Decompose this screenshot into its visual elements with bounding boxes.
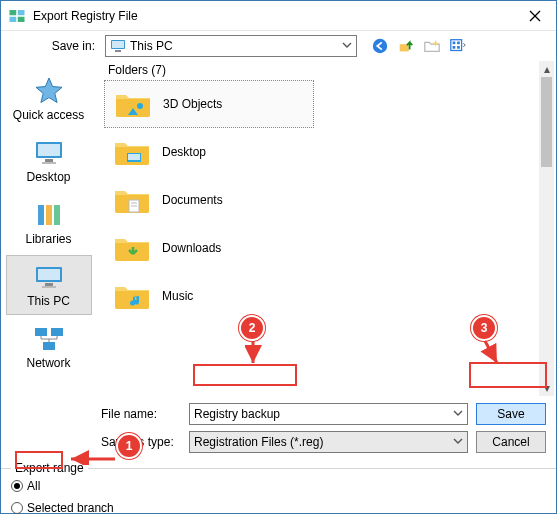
saveastype-label: Save as type: — [101, 435, 181, 449]
filename-value: Registry backup — [194, 407, 280, 421]
saveastype-value: Registration Files (*.reg) — [194, 435, 323, 449]
svg-rect-16 — [38, 144, 60, 156]
folder-item-downloads[interactable]: Downloads — [104, 224, 538, 272]
svg-rect-28 — [43, 342, 55, 350]
folder-label: 3D Objects — [163, 97, 222, 111]
svg-rect-1 — [18, 10, 25, 15]
titlebar: Export Registry File — [1, 1, 556, 31]
chevron-down-icon — [342, 39, 352, 53]
nav-up-icon[interactable] — [395, 35, 417, 57]
radio-icon — [11, 502, 23, 514]
radio-all-label: All — [27, 479, 40, 493]
sidebar-item-label: This PC — [27, 294, 70, 308]
file-list-pane: Folders (7) 3D Objects Desktop — [96, 61, 556, 396]
window-close-button[interactable] — [514, 1, 556, 31]
nav-back-icon[interactable] — [369, 35, 391, 57]
saveastype-combo[interactable]: Registration Files (*.reg) — [189, 431, 468, 453]
folder-label: Documents — [162, 193, 223, 207]
folder-item-documents[interactable]: Documents — [104, 176, 538, 224]
folder-item-3d-objects[interactable]: 3D Objects — [104, 80, 314, 128]
svg-rect-3 — [18, 16, 25, 21]
body: Quick access Desktop Libraries This PC N… — [1, 61, 556, 396]
cancel-button[interactable]: Cancel — [476, 431, 546, 453]
svg-rect-7 — [112, 41, 124, 48]
export-range-group: Export range All Selected branch HKEY_LO… — [1, 468, 556, 514]
chevron-down-icon — [453, 407, 463, 421]
sidebar-item-libraries[interactable]: Libraries — [6, 193, 92, 253]
svg-rect-25 — [42, 286, 56, 288]
folder-item-desktop[interactable]: Desktop — [104, 128, 538, 176]
svg-rect-8 — [115, 50, 121, 52]
new-folder-icon[interactable] — [421, 35, 443, 57]
folder-item-music[interactable]: Music — [104, 272, 538, 320]
filename-input[interactable]: Registry backup — [189, 403, 468, 425]
svg-rect-11 — [453, 42, 456, 45]
folder-icon — [112, 278, 152, 314]
save-button[interactable]: Save — [476, 403, 546, 425]
svg-rect-27 — [51, 328, 63, 336]
svg-rect-17 — [45, 159, 53, 162]
regedit-icon — [7, 6, 27, 26]
savein-value: This PC — [130, 39, 173, 53]
sidebar-item-label: Desktop — [26, 170, 70, 184]
radio-selected-branch[interactable]: Selected branch — [11, 499, 546, 514]
svg-rect-18 — [42, 162, 56, 164]
folder-icon — [112, 230, 152, 266]
folder-label: Music — [162, 289, 193, 303]
savein-combo[interactable]: This PC — [105, 35, 357, 57]
radio-branch-label: Selected branch — [27, 501, 114, 514]
places-sidebar: Quick access Desktop Libraries This PC N… — [1, 61, 96, 396]
export-range-label: Export range — [11, 461, 88, 475]
svg-rect-23 — [38, 269, 60, 280]
scroll-down-icon[interactable]: ▾ — [539, 380, 554, 396]
thispc-icon — [110, 38, 126, 54]
svg-rect-10 — [451, 40, 462, 51]
svg-rect-19 — [38, 205, 44, 225]
svg-rect-26 — [35, 328, 47, 336]
svg-point-9 — [373, 39, 387, 53]
folder-icon — [112, 182, 152, 218]
svg-rect-24 — [45, 283, 53, 286]
sidebar-item-label: Quick access — [13, 108, 84, 122]
svg-rect-31 — [128, 154, 140, 160]
window-title: Export Registry File — [33, 9, 514, 23]
svg-rect-21 — [54, 205, 60, 225]
quick-access-icon — [32, 76, 66, 106]
radio-icon — [11, 480, 23, 492]
group-header: Folders (7) — [104, 61, 538, 77]
savein-label: Save in: — [1, 39, 101, 53]
sidebar-item-label: Network — [26, 356, 70, 370]
radio-all[interactable]: All — [11, 477, 546, 495]
svg-rect-13 — [453, 46, 456, 49]
filename-label: File name: — [101, 407, 181, 421]
sidebar-item-network[interactable]: Network — [6, 317, 92, 377]
chevron-down-icon — [453, 435, 463, 449]
scroll-up-icon[interactable]: ▴ — [539, 61, 554, 77]
svg-rect-14 — [457, 46, 460, 49]
folder-icon — [112, 134, 152, 170]
scroll-thumb[interactable] — [541, 77, 552, 167]
svg-rect-20 — [46, 205, 52, 225]
thispc-icon — [32, 262, 66, 292]
network-icon — [32, 324, 66, 354]
file-fields: File name: Registry backup Save Save as … — [1, 396, 556, 462]
sidebar-item-this-pc[interactable]: This PC — [6, 255, 92, 315]
svg-rect-0 — [10, 10, 17, 15]
folder-icon — [113, 86, 153, 122]
desktop-icon — [32, 138, 66, 168]
sidebar-item-label: Libraries — [25, 232, 71, 246]
sidebar-item-quick-access[interactable]: Quick access — [6, 69, 92, 129]
view-menu-icon[interactable] — [447, 35, 469, 57]
savein-toolbar: Save in: This PC — [1, 31, 556, 61]
svg-rect-2 — [10, 16, 17, 21]
svg-rect-12 — [457, 42, 460, 45]
content-scrollbar[interactable]: ▴ ▾ — [539, 61, 554, 396]
export-registry-dialog: Export Registry File Save in: This PC Qu… — [0, 0, 557, 514]
folder-label: Desktop — [162, 145, 206, 159]
libraries-icon — [32, 200, 66, 230]
sidebar-item-desktop[interactable]: Desktop — [6, 131, 92, 191]
svg-point-29 — [137, 103, 143, 109]
folder-label: Downloads — [162, 241, 221, 255]
